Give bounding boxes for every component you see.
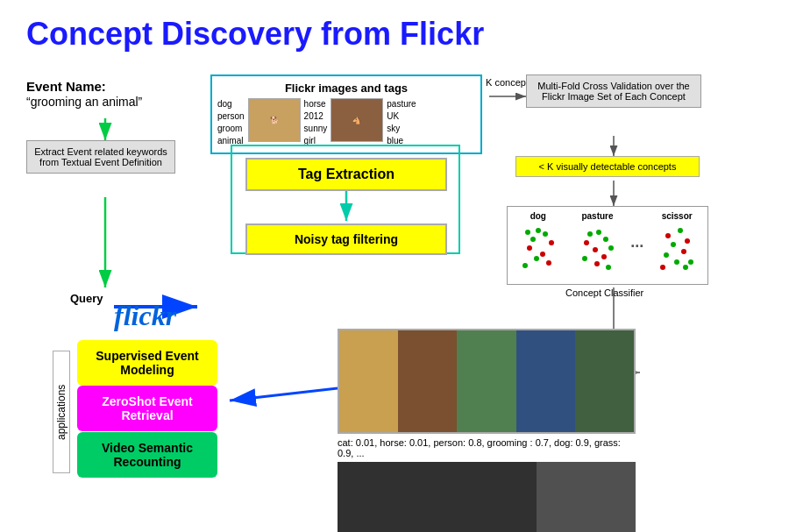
svg-point-21 xyxy=(534,256,539,261)
classifier-pasture-label: pasture xyxy=(572,211,624,221)
concept-classifier-box: dog pasture xyxy=(507,206,708,285)
tag-extraction-box: Tag Extraction xyxy=(245,158,447,191)
svg-point-30 xyxy=(582,256,587,261)
event-name-box: Event Name: “grooming an animal” xyxy=(26,79,142,109)
svg-point-32 xyxy=(594,261,600,266)
concept-video-2 xyxy=(338,462,636,532)
concept-scores-top: cat: 0.01, horse: 0.01, person: 0.8, gro… xyxy=(338,437,636,458)
classifier-scissor-scatter xyxy=(659,223,694,272)
flickr-images-title: Flickr images and tags xyxy=(217,82,475,95)
svg-line-12 xyxy=(230,388,338,401)
page-title: Concept Discovery from Flickr xyxy=(0,0,789,61)
classifier-dog-scatter xyxy=(521,223,556,272)
svg-point-22 xyxy=(546,260,551,266)
scatter-area: dog pasture xyxy=(508,207,707,284)
k-detectable-text: < K visually detectable concepts xyxy=(539,161,677,172)
flickr-images-content: dogpersongroomanimal 🐕 horse2012sunnygir… xyxy=(217,98,475,147)
concept-video-1-inner xyxy=(339,330,634,432)
svg-point-39 xyxy=(681,249,686,254)
svg-point-14 xyxy=(525,230,530,235)
noisy-tag-label: Noisy tag filtering xyxy=(295,232,398,246)
event-name-label: Event Name: xyxy=(26,79,106,94)
flickr-image-1: 🐕 xyxy=(248,98,301,142)
svg-point-29 xyxy=(601,254,607,259)
svg-point-43 xyxy=(683,265,688,270)
concept-video-2-inner xyxy=(338,462,636,532)
classifier-dog: dog xyxy=(512,211,565,275)
svg-point-33 xyxy=(606,265,611,270)
video-semantic-btn[interactable]: Video Semantic Recounting xyxy=(77,432,217,478)
applications-label: applications xyxy=(53,351,70,473)
video-semantic-label: Video Semantic Recounting xyxy=(102,441,193,469)
vid2-seg-1 xyxy=(338,462,537,532)
svg-point-17 xyxy=(543,231,548,237)
svg-point-19 xyxy=(540,252,545,257)
flickr-logo-text: flickr xyxy=(114,300,176,331)
zeroshot-event-btn[interactable]: ZeroShot Event Retrieval xyxy=(77,386,217,431)
svg-point-40 xyxy=(674,259,679,265)
zeroshot-event-label: ZeroShot Event Retrieval xyxy=(102,394,192,422)
svg-point-15 xyxy=(536,228,541,233)
extract-keywords-text: Extract Event related keywords from Text… xyxy=(34,146,167,167)
flickr-tags-mid: horse2012sunnygirl xyxy=(304,98,328,147)
svg-point-20 xyxy=(549,240,554,245)
supervised-event-btn[interactable]: Supervised Event Modeling xyxy=(77,340,217,386)
flickr-logo: flickr xyxy=(114,300,176,332)
svg-point-41 xyxy=(688,259,693,265)
flickr-tags-right: pastureUKskyblue xyxy=(387,98,416,147)
diagram-area: Event Name: “grooming an animal” Extract… xyxy=(0,61,789,532)
classifier-pasture: pasture xyxy=(572,211,624,275)
svg-point-31 xyxy=(608,245,614,251)
svg-point-27 xyxy=(603,237,608,242)
classifier-scissor: scissor xyxy=(650,211,703,275)
svg-point-36 xyxy=(671,242,676,247)
supervised-event-label: Supervised Event Modeling xyxy=(96,349,199,377)
event-name-value: “grooming an animal” xyxy=(26,95,142,109)
vid2-seg-2 xyxy=(537,462,636,532)
svg-point-18 xyxy=(527,245,532,251)
classifier-scissor-label: scissor xyxy=(650,211,703,221)
svg-point-37 xyxy=(685,238,690,244)
svg-point-26 xyxy=(584,240,589,245)
multi-fold-text: Multi-Fold Cross Validation over the Fli… xyxy=(537,81,689,102)
classifier-separator: ... xyxy=(630,233,643,252)
svg-point-25 xyxy=(596,230,601,235)
vid-seg-4 xyxy=(516,330,575,432)
svg-point-38 xyxy=(664,252,669,258)
extract-keywords-box: Extract Event related keywords from Text… xyxy=(26,140,175,174)
svg-point-28 xyxy=(593,247,598,252)
k-detectable-box: < K visually detectable concepts xyxy=(515,156,700,177)
classifier-pasture-scatter xyxy=(579,223,615,272)
vid-seg-3 xyxy=(457,330,515,432)
svg-point-42 xyxy=(660,265,665,270)
flickr-images-box: Flickr images and tags dogpersongroomani… xyxy=(210,74,482,154)
query-label: Query xyxy=(70,292,103,305)
concept-classifier-label: Concept Classifier xyxy=(565,287,643,298)
vid-seg-1 xyxy=(339,330,398,432)
svg-point-34 xyxy=(665,233,671,238)
svg-point-16 xyxy=(530,237,536,242)
flickr-image-2: 🐴 xyxy=(331,98,383,142)
tag-extraction-label: Tag Extraction xyxy=(298,167,394,181)
concept-video-1 xyxy=(338,329,636,434)
vid-seg-5 xyxy=(575,330,634,432)
svg-point-24 xyxy=(587,231,593,237)
multi-fold-box: Multi-Fold Cross Validation over the Fli… xyxy=(526,74,701,108)
vid-seg-2 xyxy=(398,330,457,432)
noisy-tag-box: Noisy tag filtering xyxy=(245,223,447,255)
svg-point-23 xyxy=(522,263,528,268)
concept-rep-box: cat: 0.01, horse: 0.01, person: 0.8, gro… xyxy=(338,329,636,532)
classifier-dog-label: dog xyxy=(512,211,565,221)
svg-point-35 xyxy=(678,228,683,233)
flickr-tags-left: dogpersongroomanimal xyxy=(217,98,245,147)
